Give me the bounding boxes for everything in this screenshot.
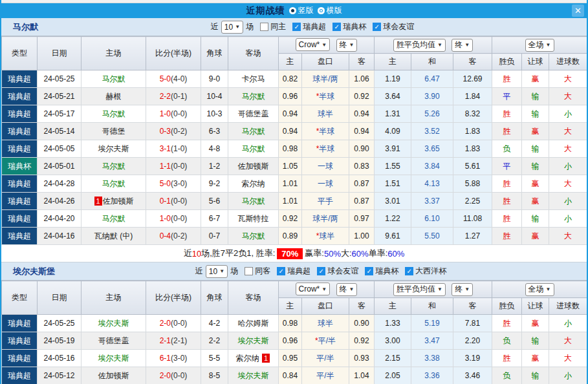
avg-away-odds: 1.27 xyxy=(453,228,492,245)
match-count-select[interactable]: 10 ▼ xyxy=(206,265,228,278)
league-filter-group: ✓瑞典超✓瑞典杯✓球会友谊 xyxy=(287,21,415,32)
score: 2-2(0-1) xyxy=(146,88,201,105)
league-type-badge: 瑞典杯 xyxy=(2,158,38,175)
same-venue-label: 同主 xyxy=(270,21,286,32)
league-checkbox[interactable]: ✓ xyxy=(317,267,325,275)
match-date: 24-05-12 xyxy=(38,367,82,384)
league-checkbox[interactable]: ✓ xyxy=(277,267,285,275)
changed-asterisk: * xyxy=(316,231,320,240)
score: 6-1(3-0) xyxy=(146,350,201,367)
score: 2-1(2-1) xyxy=(146,332,201,350)
result-handicap: 赢 xyxy=(522,123,549,140)
sub-home-odds: 主 xyxy=(279,54,302,70)
dialog-titlebar: 近期战绩 竖版 横版 ✕ xyxy=(1,3,587,18)
avg-home-odds: 3.00 xyxy=(375,332,411,350)
same-venue-checkbox[interactable] xyxy=(260,23,268,31)
sub-away-odds: 客 xyxy=(349,298,375,315)
team-name: 马尔默 xyxy=(242,144,265,153)
league-checkbox[interactable]: ✓ xyxy=(405,267,413,275)
final-avg-select[interactable]: 终▼ xyxy=(452,283,473,296)
halftime-score: (0-2) xyxy=(171,127,187,136)
filter-controls: 近 10 ▼ 场 同客 ✓瑞典超✓球会友谊✓瑞典杯✓大西洋杯 xyxy=(55,265,587,278)
league-type-badge: 瑞典超 xyxy=(2,140,38,158)
team-name: 赫根 xyxy=(106,92,122,101)
summary-part: 70% xyxy=(277,248,303,259)
avg-draw-odds: 6.10 xyxy=(411,210,453,228)
avg-away-odds: 2.25 xyxy=(453,193,492,210)
match-row: 瑞典超24-04-261佐加顿斯0-1(0-0)5-6马尔默1.01平手0.87… xyxy=(2,193,587,210)
radio-portrait[interactable]: 竖版 xyxy=(289,5,314,16)
match-count-value: 10 xyxy=(209,267,217,276)
corner-score: 4-8 xyxy=(201,140,228,158)
final-odds-select[interactable]: 终▼ xyxy=(336,283,358,296)
fulltime-group-header: 全场▼ xyxy=(492,37,587,54)
away-team: 哈尔姆斯 xyxy=(228,315,279,332)
away-team: 哥德堡盖 xyxy=(228,105,279,123)
corner-score: 0-7 xyxy=(201,228,228,245)
match-date: 24-04-26 xyxy=(38,193,82,210)
sub-letball: 让球 xyxy=(522,298,549,315)
same-venue-checkbox[interactable] xyxy=(245,267,253,275)
away-team: 埃尔夫斯 xyxy=(228,367,279,384)
team-title: 埃尔夫斯堡 xyxy=(13,266,55,277)
odds-source-select[interactable]: Crow*▼ xyxy=(296,38,331,51)
result-handicap: 赢 xyxy=(522,350,549,367)
home-team: 佐加顿斯 xyxy=(82,367,146,384)
avg-odds-select[interactable]: 胜平负均值▼ xyxy=(393,283,446,296)
team-name: 马尔默 xyxy=(242,231,265,240)
league-checkbox[interactable]: ✓ xyxy=(373,23,381,31)
handicap-home-odds: 0.94 xyxy=(279,105,302,123)
odds-source-select[interactable]: Crow*▼ xyxy=(296,283,331,295)
fulltime-select[interactable]: 全场▼ xyxy=(525,283,554,296)
sub-letball: 让球 xyxy=(522,54,549,70)
away-team: 瓦斯特拉 xyxy=(228,210,279,228)
avg-group-header: 胜平负均值▼ 终▼ xyxy=(375,37,492,54)
sub-avg-home: 主 xyxy=(375,54,411,70)
chevron-down-icon: ▼ xyxy=(349,42,354,48)
games-label: 场 xyxy=(230,266,238,277)
away-team: 马尔默 xyxy=(228,193,279,210)
changed-asterisk: * xyxy=(316,144,320,153)
summary-part: 60% xyxy=(352,249,369,259)
handicap-away-odds: 0.87 xyxy=(349,175,375,193)
corner-score: 6-7 xyxy=(201,210,228,228)
result-goals: 大 xyxy=(549,350,587,367)
match-count-select[interactable]: 10 ▼ xyxy=(221,21,243,34)
match-row: 瑞典超24-05-25马尔默5-0(4-0)9-0卡尔马0.82球半/两1.06… xyxy=(2,70,587,88)
result-goals: 小 xyxy=(549,158,587,175)
halftime-score: (0-0) xyxy=(171,214,187,223)
summary-part: 单率: xyxy=(369,248,388,259)
fulltime-select[interactable]: 全场▼ xyxy=(525,39,554,52)
final-odds-select[interactable]: 终▼ xyxy=(336,39,358,52)
handicap-line: 平/半 xyxy=(302,367,349,384)
radio-landscape[interactable]: 横版 xyxy=(318,5,342,16)
avg-home-odds: 1.22 xyxy=(375,210,411,228)
handicap-away-odds: 0.83 xyxy=(349,158,375,175)
score: 0-4(0-2) xyxy=(146,228,201,245)
league-checkbox[interactable]: ✓ xyxy=(365,267,373,275)
halftime-score: (0-0) xyxy=(171,197,187,206)
chevron-down-icon: ▼ xyxy=(546,42,551,48)
handicap-home-odds: 1.01 xyxy=(279,193,302,210)
result-handicap: 输 xyxy=(522,332,549,350)
close-icon[interactable]: ✕ xyxy=(572,5,584,17)
home-team: 马尔默 xyxy=(82,210,146,228)
avg-away-odds: 11.08 xyxy=(453,210,492,228)
changed-asterisk: * xyxy=(316,127,320,136)
avg-home-odds: 2.15 xyxy=(375,350,411,367)
avg-home-odds: 1.19 xyxy=(375,70,411,88)
team-name: 马尔默 xyxy=(242,92,265,101)
league-checkbox[interactable]: ✓ xyxy=(292,23,301,31)
match-date: 24-05-17 xyxy=(38,105,82,123)
final-avg-select[interactable]: 终▼ xyxy=(452,39,473,52)
league-checkbox[interactable]: ✓ xyxy=(332,23,341,31)
match-row: 瑞典超24-04-20马尔默1-0(0-0)6-7瓦斯特拉0.92球半/两0.9… xyxy=(2,210,587,228)
same-venue-label: 同客 xyxy=(255,266,270,277)
corner-score: 8-5 xyxy=(201,367,228,384)
away-team: 马尔默 xyxy=(228,228,279,245)
handicap-line: 球半/两 xyxy=(302,210,349,228)
radio-selected-icon xyxy=(289,7,296,14)
avg-odds-select[interactable]: 胜平负均值▼ xyxy=(393,39,446,52)
radio-unselected-icon xyxy=(318,7,325,14)
handicap-home-odds: 0.95 xyxy=(279,350,302,367)
